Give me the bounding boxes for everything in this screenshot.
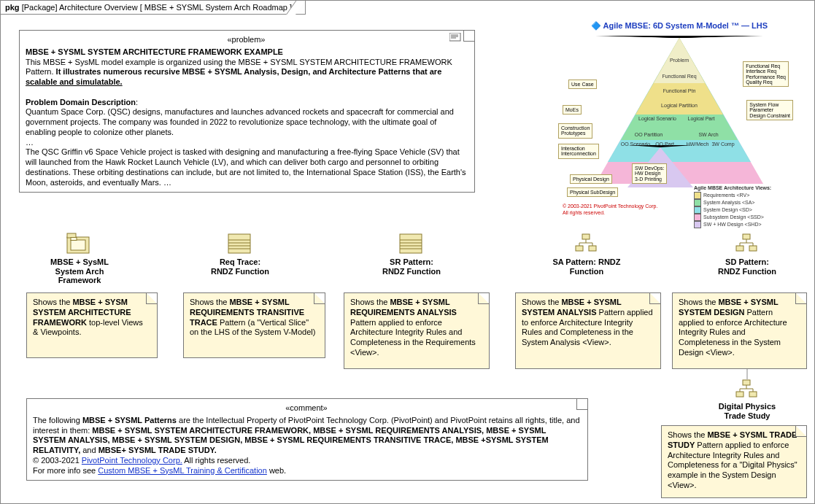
note-card: Shows the MBSE + SYSML SYSTEM ANALYSIS P…	[515, 292, 661, 369]
comment-text: web.	[269, 466, 286, 475]
swatch-icon	[694, 214, 701, 221]
note-text: Shows the	[668, 430, 707, 439]
class-icon[interactable]	[398, 233, 423, 255]
m-model-diagram: 🔷 Agile MBSE: 6D System M-Model ™ — LHS …	[563, 21, 796, 225]
frame-title: Architecture Overview	[59, 3, 138, 12]
hierarchy-label[interactable]: SD Pattern: RNDZ Function	[696, 257, 798, 276]
diagram-frame: pkg [Package] Architecture Overview [ MB…	[0, 0, 815, 504]
tri-label: Functional Ptn	[650, 88, 708, 93]
note-dogear-icon	[478, 293, 489, 304]
tri-label: OO Partition	[619, 132, 678, 137]
problem-domain-body: Quantum Space Corp. (QSC) designs, manuf…	[26, 107, 454, 136]
problem-stereotype: «problem»	[26, 35, 467, 45]
problem-heading: MBSE + SYSML SYSTEM ARCHITECTURE FRAMEWO…	[26, 47, 283, 56]
note-text: Shows the	[190, 298, 229, 306]
tri-copyright: © 2003-2021 PivotPoint Technology Corp. …	[563, 203, 657, 217]
class-label[interactable]: SR Pattern: RNDZ Function	[360, 257, 463, 276]
swatch-icon	[694, 221, 701, 228]
note-dogear-icon	[314, 293, 325, 304]
note-dogear-icon	[576, 399, 587, 410]
legend-item: SW + HW Design <SHD>	[703, 222, 762, 227]
swatch-icon	[694, 199, 701, 206]
tri-legend-title: Agile MBSE Architecture Views:	[694, 185, 771, 190]
note-card: Shows the MBSE + SYSML SYSTEM DESIGN Pat…	[672, 292, 807, 369]
m-model-title: 🔷 Agile MBSE: 6D System M-Model ™ — LHS	[563, 21, 796, 31]
tri-label: Functional Req	[650, 74, 708, 79]
tri-callout: Physical SubDesign	[567, 187, 618, 197]
frame-header-tab: pkg [Package] Architecture Overview [ MB…	[1, 1, 306, 15]
problem-p1b: It illustrates numerous recursive MBSE +…	[56, 67, 442, 76]
tri-label: SW Arch	[679, 132, 738, 137]
swatch-icon	[694, 206, 701, 214]
tri-callout: Physical Design	[570, 174, 612, 184]
hierarchy-icon[interactable]	[573, 233, 598, 255]
comment-note: «comment» The following MBSE + SYSML Pat…	[26, 398, 588, 481]
problem-domain-head: Problem Domain Description	[26, 98, 136, 106]
swatch-icon	[694, 192, 701, 199]
note-dogear-icon	[795, 426, 806, 437]
note-card: Shows the MBSE + SYSML REQUIREMENTS TRAN…	[183, 292, 325, 358]
tri-label: Logical Partition	[650, 103, 708, 108]
tri-callout: System Flow Parameter Design Constraint	[746, 100, 793, 120]
comment-text-bold: MBSE+ SYSML TRADE STUDY.	[99, 446, 217, 454]
legend-item: System Analysis <SA>	[703, 200, 754, 205]
class-label[interactable]: Req Trace: RNDZ Function	[189, 257, 291, 276]
problem-p3: The QSC Griffin v6 Space Vehicle project…	[26, 147, 467, 187]
comment-text: For more info see	[33, 466, 98, 475]
comment-text: All rights reserved.	[184, 456, 250, 465]
note-dogear-icon	[649, 293, 660, 304]
tri-label: Problem	[650, 58, 708, 63]
tri-callout: SW DevOps: HW Design 3-D Printing	[632, 163, 667, 184]
hierarchy-label[interactable]: Digital Physics Trade Study	[696, 402, 798, 420]
tri-label: 3W Comp	[694, 141, 752, 147]
training-link[interactable]: Custom MBSE + SysML Training & Certifica…	[98, 466, 267, 475]
note-card: Shows the MBSE + SYSML TRADE STUDY Patte…	[661, 425, 807, 498]
legend-item: System Design <SD>	[703, 207, 752, 212]
comment-stereotype: «comment»	[33, 403, 580, 414]
package-icon[interactable]	[66, 233, 91, 255]
frame-pkg-label: pkg	[5, 3, 20, 12]
note-text: Shows the	[350, 298, 390, 306]
problem-ellipsis: …	[26, 138, 467, 148]
package-label[interactable]: MBSE + SysML System Arch Framework	[28, 257, 131, 285]
connector-line	[746, 369, 748, 379]
tri-label: Logical Part	[672, 116, 730, 121]
note-text: Shows the	[33, 298, 72, 306]
comment-text-bold: MBSE + SYSML Patterns	[82, 416, 177, 424]
tri-legend: Agile MBSE Architecture Views: Requireme…	[694, 185, 796, 228]
note-dogear-icon	[795, 293, 806, 304]
note-text: Shows the	[679, 298, 718, 306]
legend-item: Subsystem Design <SSD>	[703, 214, 764, 220]
note-dogear-icon	[146, 293, 157, 304]
tri-callout: MoEs	[563, 105, 582, 115]
comment-text: The following	[33, 416, 82, 424]
note-text: Pattern applied to enforce Architecture …	[350, 318, 476, 357]
tri-callout: Interaction Interconnection	[558, 144, 599, 159]
legend-item: Requirements <RV>	[703, 193, 749, 198]
frame-type-label: [Package]	[22, 3, 58, 12]
comment-text: and	[82, 446, 98, 454]
hierarchy-icon[interactable]	[734, 379, 759, 400]
tri-callout: Functional Req Interface Req Performance…	[743, 61, 789, 87]
note-glyph-icon	[449, 33, 461, 42]
comment-text: © 2003-2021	[33, 456, 82, 465]
note-text: Shows the	[522, 298, 561, 306]
problem-note: «problem» MBSE + SYSML SYSTEM ARCHITECTU…	[19, 30, 475, 193]
note-card: Shows the MBSE + SYSM SYSTEM ARCHITECTUR…	[26, 292, 158, 358]
note-card: Shows the MBSE + SYSML REQUIREMENTS ANAL…	[344, 292, 490, 369]
tri-callout: Construction Prototypes	[558, 123, 592, 139]
hierarchy-label[interactable]: SA Pattern: RNDZ Function	[536, 257, 638, 276]
frame-subtitle: [ MBSE + SYSML System Arch Roadmap ]	[140, 3, 292, 12]
problem-p1c: scalable and simulatable.	[26, 77, 123, 86]
class-icon[interactable]	[227, 233, 252, 255]
hierarchy-icon[interactable]	[734, 233, 759, 255]
note-dogear-icon	[463, 31, 474, 42]
pivotpoint-link[interactable]: PivotPoint Technology Corp.	[82, 456, 182, 465]
tri-callout: Use Case	[568, 80, 597, 89]
